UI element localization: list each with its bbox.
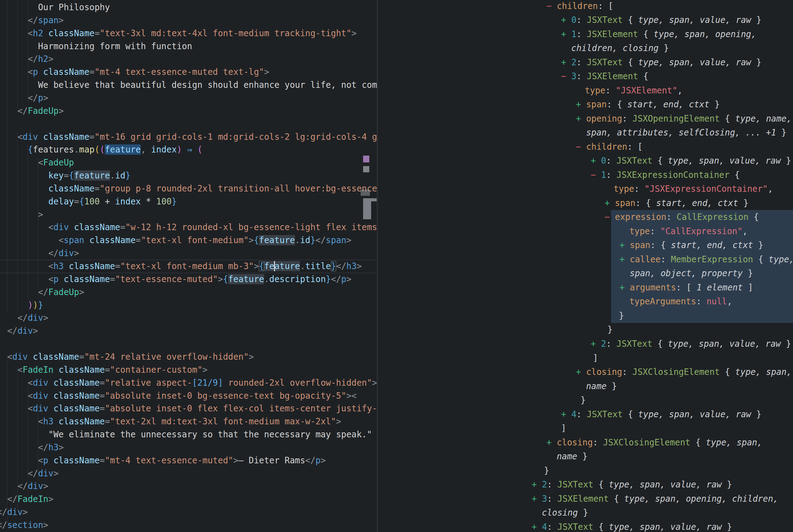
collapse-icon[interactable]: −: [591, 170, 601, 180]
code-line[interactable]: </h2>: [0, 53, 377, 65]
code-line[interactable]: Our Philosophy: [0, 1, 377, 14]
collapse-icon[interactable]: −: [546, 1, 557, 11]
code-line[interactable]: className="group p-8 rounded-2xl transit…: [0, 182, 377, 195]
ast-node-row[interactable]: }: [378, 393, 793, 407]
ast-node-row[interactable]: + 3: JSXElement { type, span, opening, c…: [378, 492, 793, 506]
code-line[interactable]: [0, 117, 377, 131]
ast-node-row[interactable]: + arguments: [ 1 element ]: [378, 281, 793, 295]
ast-node-row[interactable]: + span: { start, end, ctxt }: [378, 97, 793, 112]
ast-node-row[interactable]: type: "CallExpression",: [378, 224, 793, 239]
expand-icon[interactable]: +: [605, 198, 615, 208]
expand-icon[interactable]: +: [591, 156, 601, 166]
code-line[interactable]: ))}: [0, 299, 377, 312]
ast-node-row[interactable]: }: [378, 464, 793, 478]
ast-node-row[interactable]: ]: [378, 421, 793, 436]
ast-node-row[interactable]: typeArguments: null,: [378, 294, 793, 309]
code-line[interactable]: </p>: [0, 92, 377, 104]
ast-node-row[interactable]: children, closing }: [378, 41, 793, 55]
ast-node-row[interactable]: span, object, property }: [378, 266, 793, 281]
collapse-icon[interactable]: −: [576, 142, 586, 152]
code-line[interactable]: key={feature.id}: [0, 169, 377, 182]
expand-icon[interactable]: +: [576, 114, 586, 124]
ast-node-row[interactable]: + 1: JSXElement { type, span, opening,: [378, 27, 793, 41]
collapse-icon[interactable]: −: [561, 71, 571, 81]
expand-icon[interactable]: +: [531, 494, 542, 504]
ast-node-row[interactable]: name }: [378, 379, 793, 394]
expand-icon[interactable]: +: [561, 57, 571, 68]
code-line[interactable]: <span className="text-xl font-medium">{f…: [0, 234, 377, 247]
expand-icon[interactable]: +: [546, 437, 557, 448]
code-line[interactable]: We believe that beautiful design should …: [0, 79, 377, 92]
code-line[interactable]: </div>: [0, 506, 377, 519]
expand-icon[interactable]: +: [531, 479, 542, 490]
expand-icon[interactable]: +: [619, 240, 630, 250]
code-line[interactable]: </section>: [0, 519, 377, 532]
expand-icon[interactable]: +: [561, 409, 571, 419]
ast-node-row[interactable]: + 2: JSXText { type, span, value, raw }: [378, 55, 793, 70]
expand-icon[interactable]: +: [531, 522, 542, 532]
ast-node-row[interactable]: }: [378, 323, 793, 337]
code-line[interactable]: "We eliminate the unnecessary so that th…: [0, 428, 377, 441]
expand-icon[interactable]: +: [619, 282, 630, 292]
ast-node-row[interactable]: + closing: JSXClosingElement { type, spa…: [378, 436, 793, 450]
code-line[interactable]: </FadeIn>: [0, 493, 377, 506]
ast-node-row[interactable]: + span: { start, end, ctxt }: [378, 196, 793, 210]
ast-node-row[interactable]: + closing: JSXClosingElement { type, spa…: [378, 365, 793, 379]
code-line[interactable]: </div>: [0, 247, 377, 260]
expand-icon[interactable]: +: [591, 339, 601, 349]
code-line[interactable]: </div>: [0, 480, 377, 493]
expand-icon[interactable]: +: [576, 367, 586, 377]
ast-node-row[interactable]: + 4: JSXText { type, span, value, raw }: [378, 407, 793, 422]
expand-icon[interactable]: +: [561, 15, 571, 25]
code-line[interactable]: <FadeIn className="container-custom">: [0, 363, 377, 376]
code-line[interactable]: <h2 className="text-3xl md:text-4xl font…: [0, 27, 377, 40]
ast-node-row[interactable]: name }: [378, 450, 793, 464]
ast-node-row[interactable]: + 0: JSXText { type, span, value, raw }: [378, 13, 793, 27]
ast-node-row[interactable]: span, attributes, selfClosing, ... +1 }: [378, 126, 793, 140]
ast-node-row[interactable]: − 3: JSXElement {: [378, 69, 793, 83]
code-line[interactable]: <div className="mt-24 relative overflow-…: [0, 350, 377, 363]
code-line[interactable]: <p className="mt-4 text-essence-muted te…: [0, 65, 377, 79]
ast-node-row[interactable]: type: "JSXExpressionContainer",: [378, 182, 793, 196]
code-line[interactable]: >: [0, 208, 377, 221]
code-line[interactable]: <div className="relative aspect-[21/9] r…: [0, 376, 377, 390]
ast-node-row[interactable]: + callee: MemberExpression { type,: [378, 252, 793, 267]
ast-node-row[interactable]: + 2: JSXText { type, span, value, raw }: [378, 337, 793, 351]
ast-node-row[interactable]: type: "JSXElement",: [378, 83, 793, 98]
code-line[interactable]: <div className="w-12 h-12 rounded-xl bg-…: [0, 221, 377, 234]
code-line[interactable]: </span>: [0, 14, 377, 27]
code-line[interactable]: <p className="mt-4 text-essence-muted">—…: [0, 454, 377, 467]
code-line[interactable]: {features.map((feature, index) ⇒ (: [0, 143, 377, 156]
ast-node-row[interactable]: + 2: JSXText { type, span, value, raw }: [378, 478, 793, 492]
code-line[interactable]: </div>: [0, 311, 377, 324]
code-line[interactable]: </FadeUp>: [0, 104, 377, 117]
code-line[interactable]: <p className="text-essence-muted">{featu…: [0, 273, 377, 286]
code-line[interactable]: <h3 className="text-2xl md:text-3xl font…: [0, 415, 377, 428]
ast-node-row[interactable]: + opening: JSXOpeningElement { type, nam…: [378, 112, 793, 126]
ast-node-row[interactable]: }: [378, 309, 793, 323]
code-line[interactable]: [0, 338, 377, 350]
code-line[interactable]: </div>: [0, 467, 377, 480]
ast-node-row[interactable]: + 4: JSXText { type, span, value, raw }: [378, 520, 793, 532]
code-line[interactable]: <div className="absolute inset-0 bg-esse…: [0, 390, 377, 402]
code-line[interactable]: Harmonizing form with function: [0, 40, 377, 53]
ast-node-row[interactable]: + span: { start, end, ctxt }: [378, 238, 793, 252]
code-line[interactable]: <div className="absolute inset-0 flex fl…: [0, 402, 377, 415]
code-line[interactable]: <FadeUp: [0, 156, 377, 169]
expand-icon[interactable]: +: [561, 29, 571, 39]
collapse-icon[interactable]: −: [605, 212, 615, 222]
code-line[interactable]: </div>: [0, 324, 377, 338]
ast-node-row[interactable]: − children: [: [378, 0, 793, 13]
ast-node-row[interactable]: + 0: JSXText { type, span, value, raw }: [378, 154, 793, 168]
ast-node-row[interactable]: − children: [: [378, 140, 793, 154]
expand-icon[interactable]: +: [619, 254, 630, 264]
code-line[interactable]: </FadeUp>: [0, 286, 377, 299]
ast-node-row[interactable]: − 1: JSXExpressionContainer {: [378, 168, 793, 182]
code-line[interactable]: <div className="mt-16 grid grid-cols-1 m…: [0, 131, 377, 144]
code-line[interactable]: delay={100 + index * 100}: [0, 195, 377, 208]
code-line[interactable]: </h3>: [0, 441, 377, 454]
expand-icon[interactable]: +: [576, 99, 586, 110]
code-line[interactable]: <h3 className="text-xl font-medium mb-3"…: [0, 260, 377, 273]
ast-node-row[interactable]: ]: [378, 351, 793, 365]
ast-node-row[interactable]: − expression: CallExpression {: [378, 210, 793, 224]
